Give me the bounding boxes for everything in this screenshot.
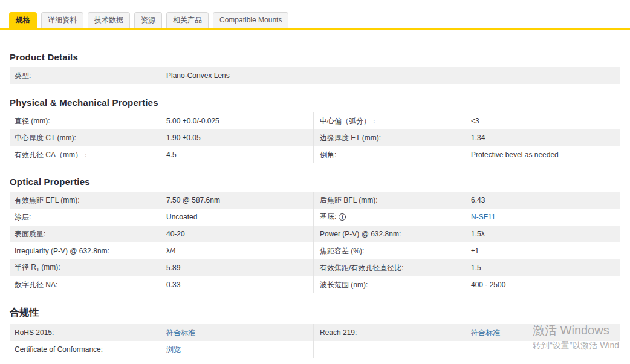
spec-value: 1.5λ	[471, 230, 485, 238]
spec-cell: 有效焦距/有效孔径直径比:1.5	[313, 259, 620, 276]
section-title-compliance: 合规性	[10, 307, 620, 319]
spec-value: 4.5	[166, 151, 177, 159]
spec-label-text: 有效焦距 EFL (mm):	[15, 196, 80, 204]
spec-label-text: 涂层:	[15, 213, 31, 221]
spec-value: 1.5	[471, 264, 481, 272]
spec-cell: 后焦距 BFL (mm):6.43	[313, 192, 620, 209]
spec-label-text: 倒角:	[320, 151, 336, 159]
spec-label: RoHS 2015:	[15, 328, 166, 337]
spec-cell: 直径 (mm):5.00 +0.0/-0.025	[10, 112, 313, 129]
spec-value: 0.33	[166, 281, 180, 289]
spec-value: <3	[471, 117, 479, 125]
spec-label: Irregularity (P-V) @ 632.8nm:	[15, 247, 166, 255]
spec-label-text: 后焦距 BFL (mm):	[320, 196, 378, 204]
section-rows: 有效焦距 EFL (mm):7.50 @ 587.6nm后焦距 BFL (mm)…	[10, 192, 620, 293]
spec-label: 表面质量:	[15, 229, 166, 239]
spec-label: 波长范围 (nm):	[320, 280, 471, 290]
spec-value-link[interactable]: 符合标准	[166, 328, 195, 338]
spec-value: Plano-Convex Lens	[166, 71, 230, 80]
spec-cell: 中心偏（弧分）：<3	[313, 112, 620, 129]
spec-label: Power (P-V) @ 632.8nm:	[320, 230, 471, 238]
table-row: Certificate of Conformance:浏览	[10, 341, 620, 358]
spec-label: 有效焦距 EFL (mm):	[15, 195, 166, 206]
spec-label: Certificate of Conformance:	[15, 345, 166, 354]
spec-label: 焦距容差 (%):	[320, 246, 471, 256]
tab-technical-data[interactable]: 技术数据	[88, 12, 130, 28]
table-row: 直径 (mm):5.00 +0.0/-0.025中心偏（弧分）：<3	[10, 112, 620, 129]
spec-cell: 涂层:Uncoated	[10, 209, 313, 226]
section-title-physical-mechanical-properties: Physical & Mechanical Properties	[10, 97, 620, 108]
spec-value: 6.43	[471, 196, 485, 204]
info-icon[interactable]: i	[339, 213, 346, 221]
spec-label-text: 边缘厚度 ET (mm):	[320, 134, 381, 142]
spec-value: 400 - 2500	[471, 281, 505, 289]
spec-cell: 基底:iN-SF11	[313, 209, 620, 226]
tab-specifications[interactable]: 规格	[9, 12, 37, 28]
table-row: 数字孔径 NA:0.33波长范围 (nm):400 - 2500	[10, 276, 620, 293]
section-title-optical-properties: Optical Properties	[10, 177, 620, 187]
spec-label: 后焦距 BFL (mm):	[320, 195, 471, 206]
spec-cell: 中心厚度 CT (mm):1.90 ±0.05	[10, 129, 313, 146]
spec-value: λ/4	[166, 247, 176, 255]
spec-label: 基底:i	[320, 212, 471, 223]
spec-label: 倒角:	[320, 150, 471, 160]
spec-label: 涂层:	[15, 212, 166, 223]
spec-label: 边缘厚度 ET (mm):	[320, 133, 471, 143]
tab-resources[interactable]: 资源	[134, 12, 162, 28]
table-row: 类型:Plano-Convex Lens	[10, 67, 620, 84]
spec-cell: Reach 219:符合标准	[313, 324, 620, 341]
table-row: Irregularity (P-V) @ 632.8nm:λ/4焦距容差 (%)…	[10, 242, 620, 259]
section-physical-mechanical-properties: Physical & Mechanical Properties直径 (mm):…	[0, 97, 630, 163]
spec-value: ±1	[471, 247, 479, 255]
spec-cell: Irregularity (P-V) @ 632.8nm:λ/4	[10, 242, 313, 259]
spec-value-link[interactable]: 浏览	[166, 345, 181, 355]
section-rows: 类型:Plano-Convex Lens	[10, 67, 620, 84]
spec-label-text: 中心厚度 CT (mm):	[15, 134, 76, 142]
section-compliance: 合规性RoHS 2015:符合标准Reach 219:符合标准Certifica…	[0, 307, 630, 358]
spec-label: 有效焦距/有效孔径直径比:	[320, 263, 471, 273]
tab-compatible-mounts[interactable]: Compatible Mounts	[213, 12, 288, 28]
spec-cell: 有效孔径 CA（mm）：4.5	[10, 146, 313, 163]
spec-value: Uncoated	[166, 213, 197, 221]
spec-label: 数字孔径 NA:	[15, 280, 166, 290]
spec-label: Reach 219:	[320, 328, 471, 337]
spec-cell: 类型:Plano-Convex Lens	[10, 67, 620, 84]
section-title-product-details: Product Details	[10, 52, 620, 62]
spec-label: 中心厚度 CT (mm):	[15, 133, 166, 143]
spec-label-text: Power (P-V) @ 632.8nm:	[320, 230, 401, 238]
table-row: 有效焦距 EFL (mm):7.50 @ 587.6nm后焦距 BFL (mm)…	[10, 192, 620, 209]
spec-label-text: Certificate of Conformance:	[15, 345, 103, 354]
spec-value: 40-20	[166, 230, 185, 238]
section-rows: RoHS 2015:符合标准Reach 219:符合标准Certificate …	[10, 324, 620, 358]
spec-label: 半径 R1 (mm):	[15, 262, 166, 273]
spec-content: Product Details类型:Plano-Convex LensPhysi…	[0, 52, 630, 364]
tab-related-products[interactable]: 相关产品	[166, 12, 209, 28]
table-row: RoHS 2015:符合标准Reach 219:符合标准	[10, 324, 620, 341]
spec-label-text: 焦距容差 (%):	[320, 247, 364, 255]
tab-details[interactable]: 详细资料	[41, 12, 83, 28]
spec-cell: Certificate of Conformance:浏览	[10, 341, 313, 358]
spec-label-text: 波长范围 (nm):	[320, 281, 368, 289]
spec-value: Protective bevel as needed	[471, 151, 559, 159]
spec-label-text: Reach 219:	[320, 328, 357, 337]
spec-label-text: RoHS 2015:	[15, 328, 54, 337]
spec-cell	[313, 341, 620, 358]
spec-label-text: 类型:	[15, 71, 31, 80]
spec-label: 直径 (mm):	[15, 116, 166, 126]
spec-label-text: 中心偏（弧分）：	[320, 117, 378, 125]
spec-value: 1.90 ±0.05	[166, 134, 201, 142]
section-optical-properties: Optical Properties有效焦距 EFL (mm):7.50 @ 5…	[0, 177, 630, 293]
table-row: 表面质量:40-20Power (P-V) @ 632.8nm:1.5λ	[10, 226, 620, 242]
spec-value-link[interactable]: N-SF11	[471, 213, 495, 221]
table-row: 有效孔径 CA（mm）：4.5倒角:Protective bevel as ne…	[10, 146, 620, 163]
spec-label: 类型:	[15, 71, 166, 81]
spec-label-text: 有效孔径 CA（mm）：	[15, 151, 89, 159]
spec-label-text: 基底:i	[320, 212, 346, 223]
spec-value: 1.34	[471, 134, 485, 142]
spec-value: 5.89	[166, 264, 180, 272]
spec-value-link[interactable]: 符合标准	[471, 328, 500, 338]
spec-cell: 边缘厚度 ET (mm):1.34	[313, 129, 620, 146]
table-row: 半径 R1 (mm):5.89有效焦距/有效孔径直径比:1.5	[10, 259, 620, 276]
spec-cell: 半径 R1 (mm):5.89	[10, 259, 313, 276]
spec-cell: Power (P-V) @ 632.8nm:1.5λ	[313, 226, 620, 242]
